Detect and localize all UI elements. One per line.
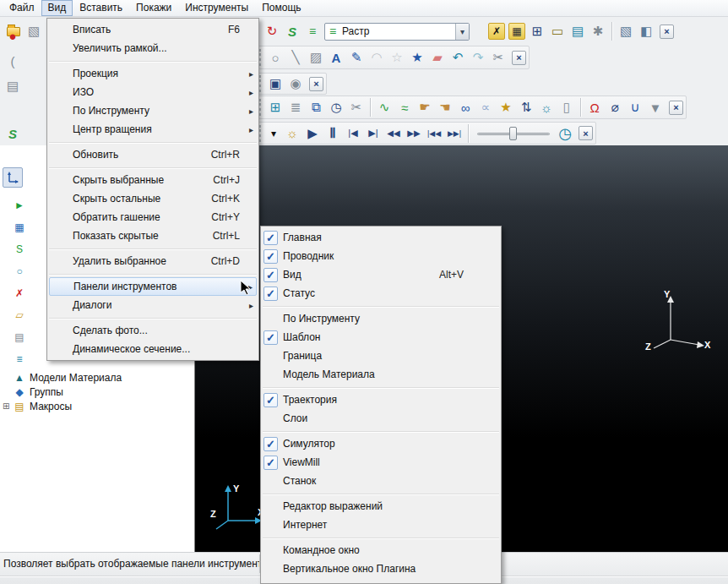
close-toolbar-button[interactable]: × <box>669 101 683 115</box>
menu-item-fit[interactable]: Вписать F6 ▸ <box>47 20 258 39</box>
import-icon[interactable]: ▧ <box>24 21 44 41</box>
toolpath-delete-icon[interactable]: ✗ <box>488 23 505 40</box>
submenu-item-internet[interactable]: ✓ Интернет <box>261 516 501 534</box>
menubar-item-insert[interactable]: Вставить <box>73 0 129 16</box>
play-button[interactable]: ▶ <box>302 123 323 144</box>
lamp-icon[interactable]: ☼ <box>536 97 557 117</box>
iso-sketch-icon[interactable]: S <box>3 123 23 144</box>
measure-icon[interactable]: ▭ <box>547 21 568 41</box>
save-icon[interactable]: ▣ <box>265 74 285 94</box>
menu-item-from-tool[interactable]: По Инструменту ▸ <box>47 101 258 120</box>
pause-button[interactable]: Ⅱ <box>323 123 343 144</box>
list-icon[interactable]: ≣ <box>285 97 306 117</box>
submenu-item-machine[interactable]: ✓ Станок <box>261 472 501 490</box>
menu-item-hide-others[interactable]: Скрыть остальные Ctrl+K ▸ <box>47 189 258 208</box>
light-icon[interactable]: ☼ <box>282 123 302 144</box>
submenu-item-stock-model[interactable]: ✓ Модель Материала <box>261 365 501 384</box>
menu-item-show-hidden[interactable]: Показать скрытые Ctrl+L ▸ <box>47 227 258 245</box>
go-start-button[interactable]: |◀◀ <box>424 123 444 144</box>
star-dim-icon[interactable]: ☆ <box>387 47 407 68</box>
clock-icon[interactable]: ◷ <box>326 97 346 117</box>
submenu-item-layers[interactable]: ✓ Слои <box>261 409 501 428</box>
submenu-item-command-window[interactable]: ✓ Командное окно <box>261 541 501 559</box>
step-back-button[interactable]: |◀ <box>343 123 363 144</box>
refresh-view-icon[interactable]: ↻ <box>262 21 282 41</box>
submenu-item-viewmill[interactable]: ✓ ViewMill <box>261 453 501 472</box>
menubar-item-help[interactable]: Помощь <box>255 0 307 16</box>
menubar-item-file[interactable]: Файл <box>3 0 41 16</box>
submenu-item-explorer[interactable]: ✓ Проводник <box>261 247 501 265</box>
submenu-item-main[interactable]: ✓ Главная <box>261 228 501 247</box>
menu-item-dynamic-section[interactable]: Динамическое сечение... ▸ <box>47 340 258 358</box>
grid-icon[interactable]: ▤ <box>568 21 588 41</box>
surface-icon[interactable]: ▨ <box>306 47 326 68</box>
slider-thumb[interactable] <box>509 127 517 140</box>
scissors-icon[interactable]: ✂ <box>488 47 508 68</box>
menubar-item-display[interactable]: Покажи <box>129 0 178 16</box>
stamp-icon[interactable]: ▼ <box>645 97 666 117</box>
menu-item-iso[interactable]: ИЗО ▸ <box>47 83 258 101</box>
menu-item-snapshot[interactable]: Сделать фото... ▸ <box>47 321 258 340</box>
menu-item-delete-selected[interactable]: Удалить выбранное Ctrl+D ▸ <box>47 252 258 270</box>
submenu-item-pattern[interactable]: ✓ Шаблон <box>261 328 501 347</box>
undo-icon[interactable]: ↶ <box>448 47 468 68</box>
close-toolbar-button[interactable]: × <box>309 77 323 91</box>
record-icon[interactable]: ◉ <box>285 74 306 94</box>
submenu-item-view[interactable]: ✓ Вид Alt+V <box>261 265 501 284</box>
submenu-item-status[interactable]: ✓ Статус <box>261 284 501 303</box>
expander-icon[interactable]: ⊞ <box>3 401 13 411</box>
pattern-icon[interactable]: ▦ <box>508 23 525 40</box>
axes-view-button[interactable] <box>3 167 23 188</box>
submenu-item-plugin-window[interactable]: ✓ Вертикальное окно Плагина <box>261 559 501 578</box>
go-end-button[interactable]: ▶▶| <box>444 123 465 144</box>
sort-icon[interactable]: ⇅ <box>516 97 536 117</box>
delete-icon[interactable]: ▯ <box>557 97 577 117</box>
tools-icon[interactable]: ✱ <box>588 21 608 41</box>
diameter-icon[interactable]: ⌀ <box>605 97 625 117</box>
close-toolbar-button[interactable]: × <box>512 51 526 65</box>
block-alt-icon[interactable]: ◧ <box>636 21 656 41</box>
submenu-item-boundary[interactable]: ✓ Граница <box>261 347 501 365</box>
shading-mode-combo[interactable]: ≡ Растр ▾ <box>324 23 470 41</box>
menu-item-dialogs[interactable]: Диалоги ▸ <box>47 296 258 314</box>
sim-speed-slider[interactable] <box>477 125 550 142</box>
submenu-item-expression-editor[interactable]: ✓ Редактор выражений <box>261 497 501 516</box>
fast-forward-button[interactable]: ▶▶ <box>404 123 424 144</box>
menu-item-hide-selected[interactable]: Скрыть выбранные Ctrl+J ▸ <box>47 171 258 189</box>
submenu-item-from-tool[interactable]: ✓ По Инструменту <box>261 309 501 328</box>
menu-item-refresh[interactable]: Обновить Ctrl+R ▸ <box>47 145 258 164</box>
curve-editor-icon[interactable]: A <box>326 47 346 68</box>
cut-icon[interactable]: ✂ <box>346 97 367 117</box>
submenu-item-simulator[interactable]: ✓ Симулятор <box>261 434 501 453</box>
iso-view-icon[interactable]: S <box>282 21 302 41</box>
pen-icon[interactable]: ✎ <box>346 47 367 68</box>
menu-item-toolbars[interactable]: Панели инструментов ▸ <box>49 277 257 296</box>
close-toolbar-button[interactable]: × <box>660 25 674 39</box>
tree-item-stock-models[interactable]: ⊞ ▲ Модели Материала <box>0 370 194 385</box>
lead-curve-icon[interactable]: ∿ <box>374 97 394 117</box>
menu-item-zoom-box[interactable]: Увеличить рамкой... ▸ <box>47 39 258 57</box>
hand-left-icon[interactable]: ☚ <box>435 97 455 117</box>
hand-right-icon[interactable]: ☛ <box>415 97 435 117</box>
plot-sphere-icon[interactable]: ● <box>3 25 23 46</box>
copy-icon[interactable]: ⧉ <box>306 97 326 117</box>
holder-icon[interactable]: ∪ <box>625 97 645 117</box>
links-icon[interactable]: ∞ <box>455 97 475 117</box>
palette-icon[interactable]: ▤ <box>3 76 23 96</box>
menubar-item-view[interactable]: Вид <box>41 0 73 16</box>
sim-clock-icon[interactable]: ◷ <box>555 123 575 144</box>
star-icon[interactable]: ★ <box>407 47 427 68</box>
eraser-icon[interactable]: ▰ <box>427 47 448 68</box>
menu-item-rotation-center[interactable]: Центр вращения ▸ <box>47 120 258 139</box>
table-icon[interactable]: ⊞ <box>265 97 285 117</box>
tree-item-groups[interactable]: ⊞ ◆ Группы <box>0 385 194 399</box>
menu-item-projection[interactable]: Проекция ▸ <box>47 64 258 83</box>
menubar-item-tools[interactable]: Инструменты <box>178 0 255 16</box>
curve-icon[interactable]: ( <box>3 51 23 71</box>
smooth-curve-icon[interactable]: ≈ <box>394 97 415 117</box>
line-icon[interactable]: ╲ <box>285 47 306 68</box>
shade-icon[interactable]: ≡ <box>302 21 323 41</box>
sim-dropdown-icon[interactable]: ▾ <box>265 125 282 142</box>
rewind-button[interactable]: ◀◀ <box>383 123 404 144</box>
magnet-icon[interactable]: Ω <box>584 97 605 117</box>
